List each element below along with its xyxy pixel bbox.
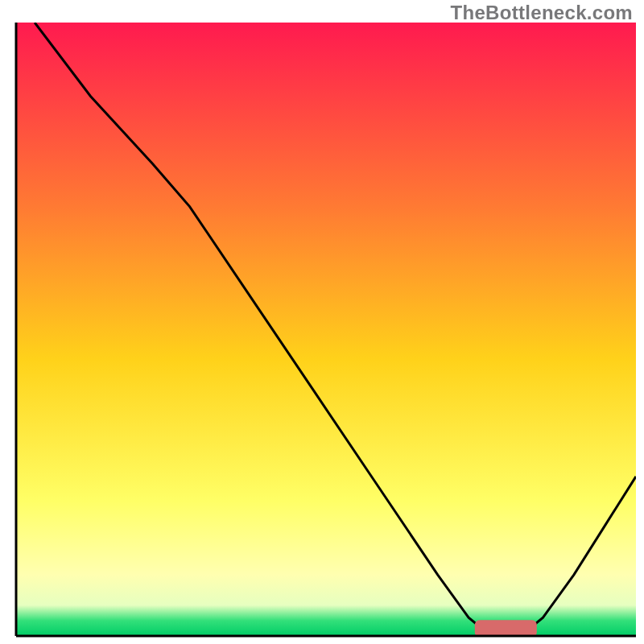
- chart-container: { "attribution": "TheBottleneck.com", "c…: [0, 0, 644, 644]
- bottleneck-chart: [0, 0, 644, 644]
- attribution-label: TheBottleneck.com: [451, 2, 633, 24]
- plot-background: [16, 23, 636, 636]
- optimal-range-marker: [475, 620, 537, 637]
